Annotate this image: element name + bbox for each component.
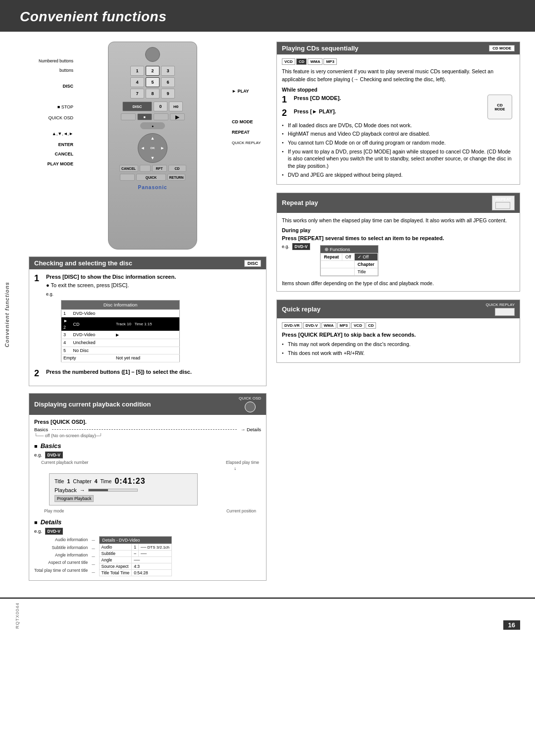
sidebar-label: Convenient functions: [4, 282, 10, 347]
osd-display: Title 1 Chapter 4 Time 0:41:23 Playback: [49, 473, 198, 505]
cd-badge-group: VCD CD WMA MP3: [282, 58, 515, 65]
page-footer: RQTX0044 16: [0, 598, 535, 634]
remote-control: 1 2 3 4 5 6 7 8 9: [108, 42, 197, 250]
details-content: Audio information Subtitle information A…: [34, 536, 261, 576]
cd-bullet-1: If all loaded discs are DVDs, CD Mode do…: [282, 122, 515, 129]
remote-small-row: ■ ▶: [121, 113, 185, 120]
repeat-eg-label: e.g. DVD-V: [282, 243, 310, 250]
label-stop: ■ STOP: [29, 102, 73, 112]
remote-btn-repeat[interactable]: RPT: [152, 165, 167, 172]
remote-btn-0[interactable]: 0: [154, 101, 167, 111]
cd-bullet-3: You cannot turn CD Mode on or off during…: [282, 139, 515, 147]
badge-vcd2: VCD: [351, 322, 365, 329]
remote-btn-play2[interactable]: [140, 165, 151, 172]
remote-quickosd-row: ●: [140, 122, 165, 129]
step1-sub: ● To exit the screen, press [DISC].: [46, 282, 180, 289]
quick-replay-content: DVD-VR DVD-V WMA MP3 VCD CD Press [QUICK…: [277, 318, 520, 362]
dvd-v-badge: DVD-V: [45, 452, 63, 458]
cd-bullet-list: If all loaded discs are DVDs, CD Mode do…: [282, 122, 515, 179]
press-quick-osd: Press [QUICK OSD].: [34, 419, 261, 425]
progress-bar: [88, 489, 138, 492]
remote-ctrl-row1: CANCEL RPT CD: [119, 165, 186, 172]
remote-btn-7[interactable]: 7: [130, 89, 144, 99]
badge-wma: WMA: [308, 58, 322, 65]
qr-bullet-2: This does not work with +R/+RW.: [282, 350, 515, 357]
disc-table-header: Disc Information: [61, 301, 180, 309]
qr-instruction: Press [QUICK REPLAY] to skip back a few …: [282, 332, 515, 338]
basics-eg-row: e.g. DVD-V: [34, 452, 261, 458]
remote-btn-6[interactable]: 6: [161, 77, 175, 87]
remote-nav-wheel[interactable]: ▲ ◄ OK ► ▼: [138, 133, 167, 163]
remote-btn-1[interactable]: 1: [130, 66, 144, 76]
repeat-dvd-badge: DVD-V: [292, 243, 310, 250]
page: Convenient functions Convenient function…: [0, 0, 535, 756]
repeat-instruction: Press [REPEAT] several times to select a…: [282, 235, 515, 241]
remote-btn-h0[interactable]: H0: [169, 101, 183, 111]
remote-btn-disc[interactable]: DISC: [122, 101, 152, 111]
remote-btn-play[interactable]: ▶: [170, 113, 185, 120]
remote-btn-qr[interactable]: QUICK: [136, 174, 166, 181]
page-header: Convenient functions: [0, 0, 535, 32]
remote-btn-cdmode[interactable]: CD: [168, 165, 186, 172]
qr-bullet-1: This may not work depending on the disc'…: [282, 341, 515, 348]
repeat-intro: This works only when the elapsed play ti…: [282, 217, 515, 225]
details-heading: Details: [34, 518, 261, 526]
functions-box: ⊕ Functions Repeat Off ✓ Off: [320, 245, 378, 276]
disc-row-3: 3DVD-Video▶: [61, 331, 180, 339]
playing-cds-intro: This feature is very convenient if you w…: [282, 68, 515, 84]
remote-btn-9[interactable]: 9: [161, 89, 175, 99]
remote-btn-3[interactable]: 3: [161, 66, 175, 76]
while-stopped-label: While stopped: [282, 87, 515, 93]
remote-btn-small1[interactable]: [121, 113, 136, 120]
step2-text: Press the numbered buttons ([1] – [5]) t…: [46, 369, 192, 375]
displaying-section: Displaying current playback condition QU…: [29, 393, 267, 581]
cd-mode-badge: CD MODE: [489, 45, 515, 51]
label-play-mode: PLAY MODE: [29, 159, 73, 169]
badge-cd2: CD: [366, 322, 376, 329]
label-cancel: CANCEL: [29, 150, 73, 159]
repeat-section: Repeat play REPEAT This works only when …: [276, 193, 520, 292]
cd-steps: 1 Press [CD MODE]. 2 Press [► PLAY].: [282, 95, 480, 122]
checking-section-content: 1 Press [DISC] to show the Disc informat…: [29, 269, 266, 386]
badge-cd: CD: [296, 58, 307, 65]
cd-step2: 2 Press [► PLAY].: [282, 108, 480, 119]
label-play-right: ► PLAY: [232, 86, 267, 97]
details-eg-row: e.g. DVD-V: [34, 528, 261, 535]
remote-btn-8[interactable]: 8: [146, 89, 160, 99]
quick-replay-header: Quick replay QUICK REPLAY: [277, 300, 520, 318]
remote-btn-qr2[interactable]: RETURN: [167, 174, 185, 181]
remote-btn-quickosd[interactable]: ●: [140, 122, 165, 129]
badge-vcd: VCD: [282, 58, 295, 65]
remote-btn-2[interactable]: 2: [146, 66, 160, 76]
remote-btn-cancel[interactable]: CANCEL: [119, 165, 138, 172]
functions-row3: Title: [321, 268, 377, 276]
checking-section: Checking and selecting the disc DISC 1 P…: [29, 256, 267, 386]
disc-table-footer: EmptyNot yet read: [61, 354, 180, 362]
details-subtitle-row: Subtitle – ──: [99, 551, 171, 557]
checking-step1: 1 Press [DISC] to show the Disc informat…: [34, 273, 261, 365]
quick-replay-btn-visual: [495, 308, 515, 316]
remote-btn-small3[interactable]: [154, 113, 168, 120]
quick-replay-badge-label: QUICK REPLAY: [485, 302, 515, 307]
details-table: Details - DVD-Video Audio 1 ── DTS 3/2.1…: [99, 536, 172, 576]
remote-btn-5[interactable]: 5: [146, 77, 160, 87]
badge-dvd-v: DVD-V: [303, 322, 321, 329]
osd-time: 0:41:23: [114, 477, 145, 486]
remote-btn-accent[interactable]: [120, 174, 135, 181]
checking-section-header: Checking and selecting the disc DISC: [29, 257, 266, 269]
page-number: 16: [503, 620, 520, 630]
cd-bullet-4: If you want to play a DVD, press [CD MOD…: [282, 148, 515, 170]
qr-bullet-list: This may not work depending on the disc'…: [282, 341, 515, 356]
cd-mode-illustration: CD MODE: [485, 95, 515, 119]
functions-header: ⊕ Functions: [321, 246, 378, 253]
repeat-note: Items shown differ depending on the type…: [282, 280, 515, 287]
disc-row-4: 4Unchecked: [61, 339, 180, 347]
label-numbered: Numbered buttons buttons: [29, 56, 73, 75]
page-title: Convenient functions: [20, 9, 166, 24]
displaying-section-header: Displaying current playback condition QU…: [29, 394, 266, 415]
remote-btn-small2[interactable]: ■: [137, 113, 152, 120]
playing-cds-header: Playing CDs sequentially CD MODE: [277, 42, 520, 54]
cd-step1: 1 Press [CD MODE].: [282, 95, 480, 105]
disc-row-2: ► 2CDTrack 10 Time 1:15: [61, 317, 180, 331]
remote-btn-4[interactable]: 4: [130, 77, 144, 87]
